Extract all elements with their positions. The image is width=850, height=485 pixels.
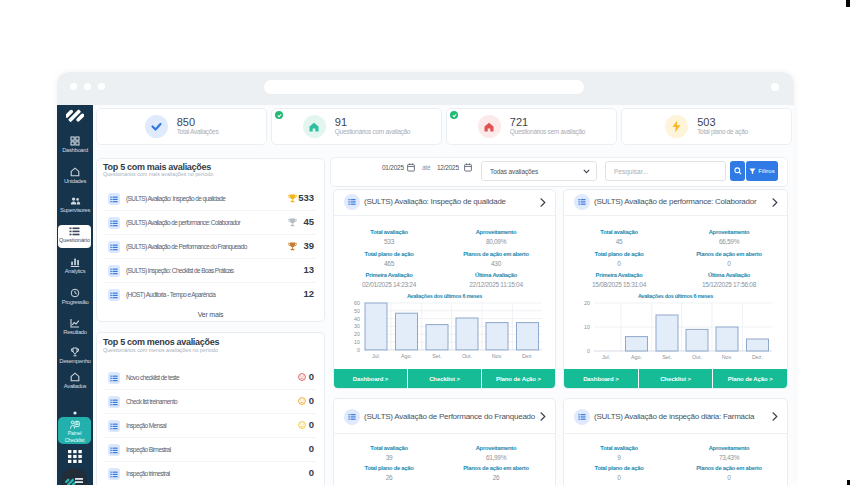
svg-text:Out.: Out. — [692, 354, 702, 360]
svg-text:Ago.: Ago. — [401, 353, 412, 359]
svg-text:Ago.: Ago. — [631, 354, 642, 360]
svg-text:Dez.: Dez. — [522, 353, 533, 359]
svg-text:Nov.: Nov. — [722, 354, 733, 360]
svg-text:10: 10 — [584, 324, 590, 330]
svg-text:Set.: Set. — [432, 353, 441, 359]
svg-text:20: 20 — [584, 300, 590, 306]
svg-text:60: 60 — [354, 300, 360, 306]
svg-text:Jul.: Jul. — [372, 353, 380, 359]
svg-text:Out.: Out. — [462, 353, 472, 359]
svg-text:50: 50 — [354, 308, 360, 314]
svg-text:20: 20 — [354, 331, 360, 337]
svg-text:Jul.: Jul. — [602, 354, 610, 360]
svg-text:40: 40 — [354, 316, 360, 322]
svg-text:Set.: Set. — [662, 354, 671, 360]
svg-text:Nov.: Nov. — [492, 353, 503, 359]
svg-text:0: 0 — [357, 347, 360, 353]
svg-text:30: 30 — [354, 323, 360, 329]
svg-text:Dez.: Dez. — [752, 354, 763, 360]
svg-text:10: 10 — [354, 339, 360, 345]
svg-text:0: 0 — [587, 348, 590, 354]
